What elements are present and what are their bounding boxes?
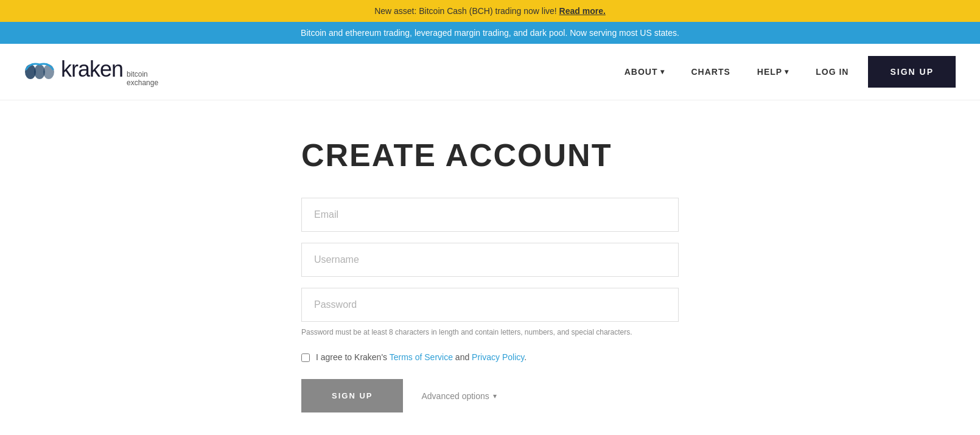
tagline-banner: Bitcoin and ethereum trading, leveraged … <box>0 22 980 44</box>
password-group: Password must be at least 8 characters i… <box>301 288 679 338</box>
nav-charts[interactable]: CHARTS <box>678 61 744 83</box>
form-actions: SIGN UP Advanced options <box>301 379 679 412</box>
email-group <box>301 198 679 232</box>
tagline-text: Bitcoin and ethereum trading, leveraged … <box>301 28 679 38</box>
page-title: CREATE ACCOUNT <box>301 137 679 173</box>
terms-label: I agree to Kraken's Terms of Service and… <box>316 352 527 362</box>
terms-checkbox[interactable] <box>301 353 310 362</box>
read-more-link[interactable]: Read more. <box>559 6 606 16</box>
site-header: kraken bitcoin exchange ABOUT CHARTS HEL… <box>0 44 980 100</box>
privacy-policy-link[interactable]: Privacy Policy <box>472 352 524 362</box>
logo[interactable]: kraken bitcoin exchange <box>24 57 158 88</box>
terms-checkbox-row: I agree to Kraken's Terms of Service and… <box>301 352 679 362</box>
username-group <box>301 243 679 277</box>
create-account-form: Password must be at least 8 characters i… <box>301 198 679 412</box>
email-input[interactable] <box>301 198 679 232</box>
kraken-logo-icon <box>24 60 55 84</box>
logo-subtitle: bitcoin exchange <box>127 70 158 88</box>
nav-about[interactable]: ABOUT <box>611 61 678 83</box>
svg-point-2 <box>43 64 54 79</box>
username-input[interactable] <box>301 243 679 277</box>
nav-help[interactable]: HELP <box>744 61 802 83</box>
logo-name: kraken <box>61 57 123 82</box>
nav-login[interactable]: LOG IN <box>802 61 862 83</box>
announcement-banner: New asset: Bitcoin Cash (BCH) trading no… <box>0 0 980 22</box>
password-hint: Password must be at least 8 characters i… <box>301 327 679 338</box>
nav-signup-button[interactable]: SIGN UP <box>868 56 956 88</box>
advanced-options-toggle[interactable]: Advanced options <box>421 391 496 401</box>
main-nav: ABOUT CHARTS HELP LOG IN SIGN UP <box>611 56 956 88</box>
main-content: CREATE ACCOUNT Password must be at least… <box>277 137 703 412</box>
announcement-text: New asset: Bitcoin Cash (BCH) trading no… <box>374 6 559 16</box>
signup-submit-button[interactable]: SIGN UP <box>301 379 403 412</box>
terms-of-service-link[interactable]: Terms of Service <box>390 352 453 362</box>
password-input[interactable] <box>301 288 679 322</box>
